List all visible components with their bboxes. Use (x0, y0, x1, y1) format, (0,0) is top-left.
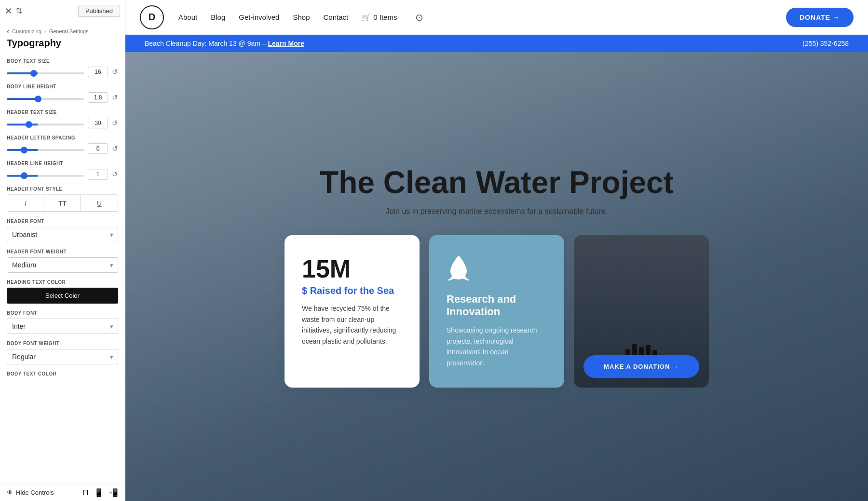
body-text-color-label: BODY TEXT COLOR (7, 371, 118, 376)
heading-text-color-setting: HEADING TEXT COLOR Select Color (7, 279, 118, 304)
body-text-size-row: ↺ (7, 67, 118, 77)
body-font-label: BODY FONT (7, 310, 118, 316)
bold-button[interactable]: TT (44, 195, 81, 211)
customizer-panel: ✕ ⇅ Published ‹ Customizing › General Se… (0, 0, 125, 501)
italic-button[interactable]: I (7, 195, 44, 211)
header-line-height-row: ↺ (7, 169, 118, 180)
body-text-size-setting: BODY TEXT SIZE ↺ (7, 58, 118, 77)
header-letter-spacing-slider[interactable] (7, 149, 84, 151)
header-font-weight-select-wrap: Medium Regular Bold Light (7, 257, 118, 273)
blue-card-text: Showcasing ongoing research projects, te… (447, 325, 547, 368)
hero-section: The Clean Water Project Join us in prese… (125, 52, 868, 501)
header-line-height-slider[interactable] (7, 175, 84, 177)
header-text-size-row: ↺ (7, 118, 118, 128)
header-font-label: HEADER FONT (7, 219, 118, 224)
body-text-size-slider[interactable] (7, 72, 84, 74)
body-font-select-wrap: Inter Roboto Open Sans Urbanist (7, 319, 118, 334)
header-letter-spacing-input[interactable] (88, 143, 108, 154)
panel-settings: BODY TEXT SIZE ↺ BODY LINE HEIGHT ↺ (0, 55, 125, 484)
stat-label: $ Raised for the Sea (302, 285, 402, 296)
close-button[interactable]: ✕ (5, 6, 12, 16)
header-line-height-input[interactable] (88, 169, 108, 180)
header-text-size-slider[interactable] (7, 124, 84, 125)
heading-text-color-label: HEADING TEXT COLOR (7, 279, 118, 285)
announcement-text: Beach Cleanup Day: March 13 @ 9am – Lear… (145, 40, 304, 47)
published-button[interactable]: Published (78, 5, 120, 17)
header-letter-spacing-row: ↺ (7, 143, 118, 154)
body-text-color-setting: BODY TEXT COLOR (7, 371, 118, 376)
body-line-height-reset[interactable]: ↺ (112, 93, 118, 102)
breadcrumb: ‹ Customizing › General Settings (0, 22, 125, 37)
panel-title: Typography (0, 37, 125, 55)
header-line-height-label: HEADER LINE HEIGHT (7, 161, 118, 166)
stat-card: 15M $ Raised for the Sea We have recycle… (285, 235, 420, 388)
header-letter-spacing-slider-wrap (7, 144, 84, 153)
panel-footer: 👁 Hide Controls 🖥 📱 📲 (0, 484, 125, 501)
hero-subtitle: Join us in preserving marine ecosystems … (386, 207, 608, 216)
tablet-view-button[interactable]: 📱 (94, 488, 104, 497)
header-font-select[interactable]: Urbanist Inter Roboto Open Sans (7, 227, 118, 242)
water-drop-icon (447, 254, 547, 285)
back-button[interactable]: ‹ (7, 27, 9, 36)
body-line-height-setting: BODY LINE HEIGHT ↺ (7, 84, 118, 103)
header-font-weight-select[interactable]: Medium Regular Bold Light (7, 257, 118, 273)
breadcrumb-part1: Customizing (12, 28, 41, 34)
preview-area: D About Blog Get-involved Shop Contact 🛒… (125, 0, 868, 501)
body-line-height-label: BODY LINE HEIGHT (7, 84, 118, 89)
underline-button[interactable]: U (81, 195, 118, 211)
header-letter-spacing-setting: HEADER LETTER SPACING ↺ (7, 135, 118, 154)
donate-button[interactable]: DONATE → (786, 8, 854, 27)
body-font-weight-setting: BODY FONT WEIGHT Regular Medium Bold Lig… (7, 341, 118, 364)
announcement-label: Beach Cleanup Day: March 13 @ 9am – (145, 40, 266, 47)
make-donation-button[interactable]: MAKE A DONATION → (583, 355, 699, 378)
site-navigation: D About Blog Get-involved Shop Contact 🛒… (125, 0, 868, 35)
eye-icon: 👁 (7, 489, 13, 496)
swap-button[interactable]: ⇅ (16, 6, 22, 15)
body-line-height-row: ↺ (7, 92, 118, 103)
desktop-view-button[interactable]: 🖥 (81, 488, 89, 497)
panel-topbar: ✕ ⇅ Published (0, 0, 125, 22)
body-font-select[interactable]: Inter Roboto Open Sans Urbanist (7, 319, 118, 334)
announcement-link[interactable]: Learn More (268, 40, 304, 47)
stat-text: We have recycled 75% of the waste from o… (302, 303, 402, 347)
header-text-size-reset[interactable]: ↺ (112, 119, 118, 127)
header-line-height-reset[interactable]: ↺ (112, 170, 118, 179)
header-font-style-label: HEADER FONT STYLE (7, 186, 118, 192)
body-text-size-reset[interactable]: ↺ (112, 68, 118, 76)
hero-inner: The Clean Water Project Join us in prese… (125, 166, 868, 388)
header-text-size-label: HEADER TEXT SIZE (7, 110, 118, 115)
breadcrumb-separator: › (44, 28, 46, 34)
header-letter-spacing-reset[interactable]: ↺ (112, 144, 118, 153)
footer-view-buttons: 🖥 📱 📲 (81, 488, 118, 497)
cart-label: 0 Items (373, 13, 397, 21)
nav-link-get-involved[interactable]: Get-involved (239, 13, 279, 21)
stat-number: 15M (302, 254, 402, 283)
announcement-phone: (255) 352-6258 (802, 40, 849, 47)
breadcrumb-part2: General Settings (49, 28, 89, 34)
header-text-size-slider-wrap (7, 119, 84, 127)
header-letter-spacing-label: HEADER LETTER SPACING (7, 135, 118, 140)
mobile-view-button[interactable]: 📲 (108, 488, 118, 497)
header-font-style-setting: HEADER FONT STYLE I TT U (7, 186, 118, 212)
header-line-height-slider-wrap (7, 170, 84, 179)
body-font-weight-select[interactable]: Regular Medium Bold Light (7, 349, 118, 364)
body-line-height-input[interactable] (88, 92, 108, 103)
header-font-weight-label: HEADER FONT WEIGHT (7, 249, 118, 254)
body-line-height-slider[interactable] (7, 98, 84, 100)
header-text-size-setting: HEADER TEXT SIZE ↺ (7, 110, 118, 128)
nav-links: About Blog Get-involved Shop Contact 🛒 0… (178, 12, 776, 23)
search-icon[interactable]: ⊙ (415, 12, 423, 23)
heading-text-color-button[interactable]: Select Color (7, 288, 118, 304)
image-card: MAKE A DONATION → (574, 235, 709, 388)
hide-controls-button[interactable]: 👁 Hide Controls (7, 489, 54, 496)
font-style-buttons: I TT U (7, 195, 118, 212)
nav-link-contact[interactable]: Contact (324, 13, 349, 21)
nav-link-blog[interactable]: Blog (211, 13, 225, 21)
nav-cart[interactable]: 🛒 0 Items (362, 13, 397, 22)
nav-link-shop[interactable]: Shop (293, 13, 310, 21)
blue-card-title: Research and Innovation (447, 293, 547, 318)
cards-row: 15M $ Raised for the Sea We have recycle… (265, 235, 728, 388)
header-text-size-input[interactable] (88, 118, 108, 128)
nav-link-about[interactable]: About (178, 13, 197, 21)
body-text-size-input[interactable] (88, 67, 108, 77)
